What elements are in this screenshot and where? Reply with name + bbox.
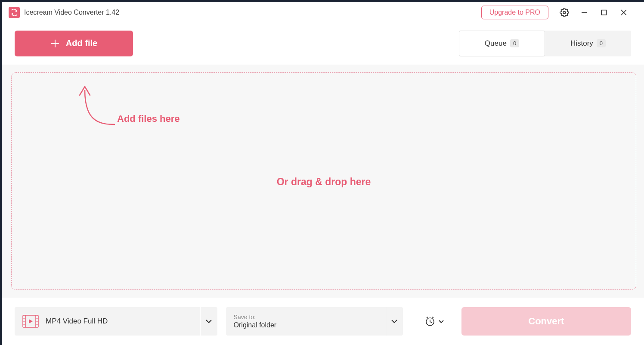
tab-queue-badge: 0	[510, 39, 519, 47]
save-to-label: Save to:	[234, 314, 277, 320]
minimize-icon	[581, 9, 588, 16]
tab-queue[interactable]: Queue 0	[459, 31, 545, 56]
save-to-select[interactable]: Save to: Original folder	[226, 307, 403, 336]
gear-icon	[560, 8, 569, 17]
app-logo-icon	[9, 7, 20, 18]
upgrade-pro-button[interactable]: Upgrade to PRO	[481, 6, 548, 19]
hint-add-files: Add files here	[117, 113, 180, 124]
tab-history-label: History	[570, 39, 593, 48]
plus-icon	[50, 39, 60, 48]
toolbar: Add file Queue 0 History 0	[2, 22, 644, 65]
app-title: Icecream Video Converter 1.42	[24, 9, 119, 16]
maximize-button[interactable]	[595, 4, 613, 21]
main-area: Add files here Or drag & drop here	[2, 65, 644, 298]
minimize-button[interactable]	[576, 4, 593, 21]
video-format-icon	[22, 315, 39, 328]
format-select[interactable]: MP4 Video Full HD	[15, 307, 217, 336]
close-icon	[620, 9, 627, 16]
chevron-down-icon	[438, 320, 444, 323]
titlebar: Icecream Video Converter 1.42 Upgrade to…	[2, 0, 644, 22]
maximize-icon	[601, 9, 607, 16]
add-file-button[interactable]: Add file	[15, 31, 133, 56]
schedule-button[interactable]	[424, 316, 444, 327]
hint-drag-drop: Or drag & drop here	[12, 176, 636, 188]
svg-line-18	[430, 322, 432, 323]
chevron-down-icon	[205, 319, 212, 323]
tabs: Queue 0 History 0	[459, 31, 631, 56]
svg-point-0	[563, 11, 566, 14]
bottombar: MP4 Video Full HD Save to: Original fold…	[2, 298, 644, 345]
format-select-arrow[interactable]	[200, 307, 217, 336]
close-button[interactable]	[615, 4, 632, 21]
save-to-select-arrow[interactable]	[386, 307, 403, 336]
chevron-down-icon	[391, 319, 398, 323]
tab-history[interactable]: History 0	[545, 31, 631, 56]
add-file-label: Add file	[66, 38, 97, 48]
hint-arrow-icon	[68, 81, 119, 129]
tab-queue-label: Queue	[485, 39, 507, 48]
clock-icon	[424, 316, 436, 327]
settings-button[interactable]	[556, 4, 573, 21]
tab-history-badge: 0	[597, 39, 606, 47]
save-to-value: Original folder	[234, 321, 277, 329]
dropzone[interactable]: Add files here Or drag & drop here	[11, 72, 636, 290]
svg-rect-2	[602, 10, 607, 15]
format-label: MP4 Video Full HD	[46, 317, 108, 326]
convert-button[interactable]: Convert	[461, 307, 631, 336]
